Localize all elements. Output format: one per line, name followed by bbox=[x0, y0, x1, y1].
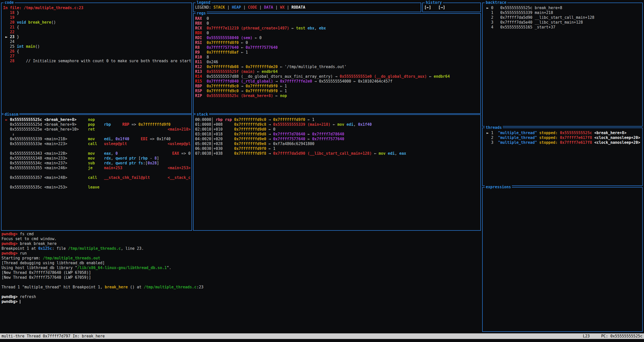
text-segment bbox=[200, 45, 207, 50]
text-segment: RBX bbox=[195, 21, 202, 26]
text-segment: ← bbox=[372, 151, 379, 156]
text-segment: 0x7fffffffd8f0 bbox=[207, 40, 239, 45]
text-segment: CODE bbox=[248, 5, 257, 10]
terminal-line: 24 bbox=[3, 39, 191, 44]
text-segment: 8 bbox=[154, 156, 157, 161]
text-segment: /tmp/multiple_threads.out bbox=[43, 256, 100, 260]
text-segment: 0x55555555525c (break_here+8) bbox=[207, 94, 273, 98]
text-segment: 24 bbox=[3, 39, 14, 44]
terminal-line: RDI 0x555555558040 (sem) ← 0 bbox=[195, 36, 480, 40]
terminal-line: 28 // Initialize semaphore with count 0 … bbox=[3, 59, 191, 64]
text-segment: call bbox=[88, 175, 97, 180]
text-segment: 0 bbox=[202, 21, 209, 26]
terminal-line: pwndbg> fs cmd bbox=[2, 232, 480, 237]
terminal-line: R12 0x7fffffffdb08 → 0x7fffffffde20 ← '/… bbox=[195, 65, 480, 69]
text-segment: ← 1 bbox=[266, 146, 275, 151]
text-segment bbox=[537, 135, 539, 140]
stack-listing: 00:0000│ rbp rsp 0x7fffffffd9c0 → 0x7fff… bbox=[194, 115, 480, 230]
text-segment: 0x55555555535c <main+253> bbox=[3, 185, 67, 190]
text-segment: 3 0x7ffff7da5e40 __libc_start_main+128 bbox=[484, 20, 583, 25]
text-segment: refresh bbox=[20, 294, 36, 299]
terminal-line: 2 0x7ffff7da5d90 __libc_start_call_main+… bbox=[484, 15, 642, 20]
text-segment: RBP bbox=[122, 122, 129, 127]
text-segment bbox=[97, 175, 104, 180]
text-segment bbox=[592, 131, 594, 135]
terminal-line: 1 0x555555555339 main+218 bbox=[484, 10, 642, 15]
history-forward-button[interactable]: [→] bbox=[438, 5, 445, 10]
text-segment: 0 bbox=[202, 31, 209, 35]
text-segment: ► bbox=[3, 117, 10, 122]
terminal-line: 0x55555555534c <main+237> sub rdx, qword… bbox=[3, 161, 191, 166]
text-segment bbox=[558, 131, 560, 135]
text-segment: ► 0 0x55555555525c break_here+8 bbox=[484, 6, 562, 10]
text-segment: nop bbox=[88, 117, 95, 122]
text-segment bbox=[67, 185, 88, 190]
terminal-line: RAX 0 bbox=[195, 16, 480, 21]
text-segment: 05:0028│+028 bbox=[195, 142, 234, 146]
text-segment: 26 bbox=[3, 49, 14, 54]
text-segment: , bbox=[111, 156, 115, 161]
history-back-button[interactable]: [←] bbox=[424, 5, 431, 10]
terminal-line: ► 0 0x55555555525c break_here+8 bbox=[484, 6, 642, 10]
text-segment: ← bbox=[331, 122, 337, 127]
text-segment: 0x555555555355 <main+246> bbox=[3, 166, 67, 170]
text-segment: 0x555555557d88 (__do_global_dtors_aux_fi… bbox=[202, 74, 340, 79]
gdb-console[interactable]: pwndbg> fs cmdFocus set to cmd window.pw… bbox=[2, 232, 480, 331]
text-segment: ret bbox=[88, 127, 95, 132]
text-segment: → 0x555555554000 ← 0x10102464c457f bbox=[312, 79, 392, 84]
text-segment: , bbox=[111, 151, 115, 156]
text-segment: R10 bbox=[195, 55, 202, 59]
text-segment bbox=[386, 151, 388, 156]
text-segment: [New Thread 0x7ffff7577640 (LWP 67059)] bbox=[2, 275, 91, 280]
text-segment: , line 23. bbox=[121, 246, 144, 251]
text-segment: → bbox=[266, 132, 273, 136]
text-segment bbox=[202, 94, 207, 98]
text-segment: 0x55555555525d <break_here+9> bbox=[3, 122, 76, 127]
text-segment: Using host libthread_db library " bbox=[2, 266, 77, 270]
text-segment: break_here bbox=[105, 285, 128, 289]
text-segment: 0x55555555534c <main+237> bbox=[3, 161, 67, 165]
text-segment: 0x555555555357 <main+248> bbox=[3, 175, 67, 180]
terminal-line: 00:0000│ rbp rsp 0x7fffffffd9c0 → 0x7fff… bbox=[195, 117, 480, 122]
text-segment: ] bbox=[157, 161, 159, 165]
text-segment: 4 0x555555555165 _start+37 bbox=[484, 25, 555, 29]
text-segment: 18 bbox=[3, 10, 14, 15]
text-segment: <main+218> bbox=[168, 127, 191, 132]
text-segment: stopped: bbox=[539, 135, 558, 140]
text-segment: <break_here+8> bbox=[594, 131, 626, 135]
text-segment: ebx bbox=[319, 26, 326, 30]
text-segment: fs cmd bbox=[20, 232, 34, 236]
text-segment: => 0x1f40 bbox=[148, 137, 170, 141]
text-segment: 0x7fffffffd9e8 bbox=[234, 142, 266, 146]
text-segment: WX bbox=[280, 5, 285, 10]
text-segment: 0x1f40 bbox=[116, 137, 129, 141]
text-segment: 8 bbox=[202, 55, 209, 59]
text-segment: , bbox=[111, 161, 115, 165]
expressions-panel: expressions bbox=[482, 187, 643, 332]
text-segment: 21 bbox=[3, 25, 14, 29]
text-segment: - bbox=[148, 156, 154, 161]
text-segment: leave bbox=[88, 185, 99, 190]
text-segment: 0x1f40 bbox=[358, 122, 372, 127]
text-segment: In file: /tmp/multiple_threads.c:23 bbox=[3, 6, 83, 10]
text-segment: 0x7ffff7da5d90 (__libc_start_call_main+1… bbox=[273, 151, 372, 156]
text-segment: test bbox=[296, 26, 305, 30]
text-segment: 0x5555555551e0 (__do_global_dtors_aux) bbox=[340, 74, 427, 79]
text-segment bbox=[95, 151, 104, 156]
text-segment: 0x7fffffffd8af bbox=[207, 50, 239, 55]
text-segment: // Initialize semaphore with count 0 to … bbox=[14, 59, 191, 63]
text-segment: 02:0010│+010 bbox=[195, 127, 234, 132]
text-segment: STACK bbox=[213, 5, 225, 10]
code-panel: code In file: /tmp/multiple_threads.c:23… bbox=[1, 3, 192, 114]
text-segment: , bbox=[111, 137, 115, 141]
terminal-line: R9 0x7fffffffd8af ← 1 bbox=[195, 50, 480, 55]
terminal-line: RIP 0x55555555525c (break_here+8) ← nop bbox=[195, 94, 480, 98]
backtrace-panel: backtrace ► 0 0x55555555525c break_here+… bbox=[482, 3, 643, 127]
threads-panel: threads ► 1 "multiple_thread" stopped: 0… bbox=[482, 128, 643, 186]
text-segment: __stack_chk_fail@plt bbox=[104, 175, 150, 180]
text-segment bbox=[67, 142, 88, 146]
text-segment: → bbox=[266, 122, 273, 127]
backtrace-panel-title: backtrace bbox=[485, 0, 507, 5]
legend-row: LEGEND: STACK | HEAP | CODE | DATA | WX … bbox=[194, 3, 421, 12]
text-segment: EAX bbox=[172, 151, 179, 156]
